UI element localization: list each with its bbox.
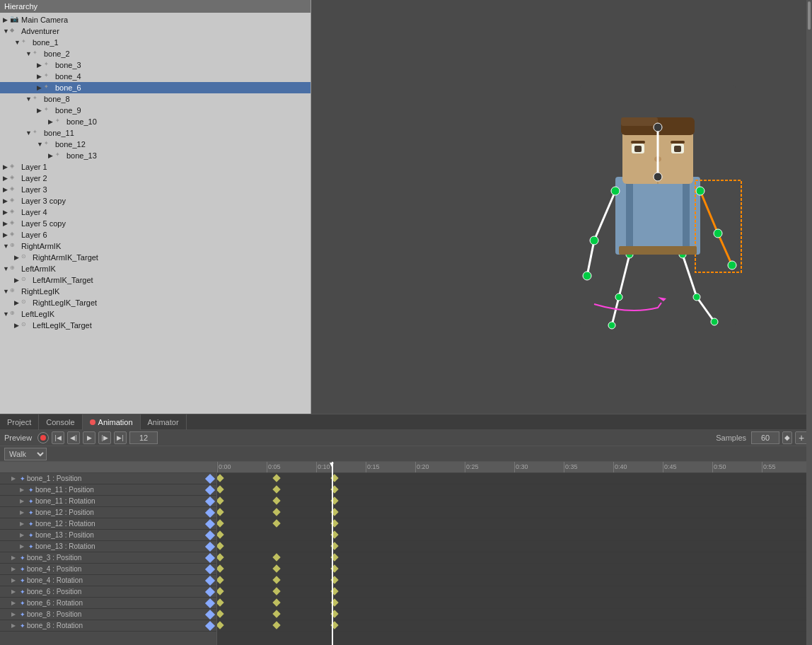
keyframe-1-0[interactable] [217,485,224,493]
track-expand-0[interactable]: ▶ [11,475,18,482]
track-add-key-5[interactable] [205,530,215,540]
tree-item-right-leg-ik[interactable]: ▼RightLegIK [0,286,311,297]
tree-item-layer3[interactable]: ▶Layer 3 [0,184,311,195]
keyframe-7-0[interactable] [217,553,224,561]
tree-item-bone_12[interactable]: ▼bone_12 [0,139,311,150]
tree-item-bone_6[interactable]: ▶bone_6 [0,82,311,93]
tab-console[interactable]: Console [39,414,82,430]
tree-item-left-arm-ik-target[interactable]: ▶LeftArmIK_Target [0,274,311,286]
track-timeline-row-4[interactable] [217,518,812,530]
tree-item-bone_11[interactable]: ▼bone_11 [0,127,311,139]
tree-item-layer2[interactable]: ▶Layer 2 [0,173,311,184]
track-add-key-6[interactable] [205,541,215,551]
tree-item-layer4[interactable]: ▶Layer 4 [0,207,311,218]
track-expand-3[interactable]: ▶ [20,509,27,516]
track-expand-9[interactable]: ▶ [11,577,18,583]
track-timeline-row-11[interactable] [217,598,812,609]
tree-item-bone_4[interactable]: ▶bone_4 [0,71,311,82]
tree-item-bone_9[interactable]: ▶bone_9 [0,105,311,116]
tab-project[interactable]: Project [0,414,39,430]
keyframe-6-0[interactable] [217,542,224,550]
tree-item-right-leg-ik-target[interactable]: ▶RightLegIK_Target [0,297,311,308]
track-timeline-row-0[interactable] [217,473,812,484]
track-expand-12[interactable]: ▶ [11,611,18,617]
track-expand-10[interactable]: ▶ [11,588,18,595]
keyframe-0-80[interactable] [272,474,280,482]
keyframe-7-80[interactable] [272,553,280,561]
keyframe-0-0[interactable] [217,474,224,482]
tree-item-bone_13[interactable]: ▶bone_13 [0,150,311,161]
track-timeline-row-10[interactable] [217,586,812,598]
keyframe-13-0[interactable] [217,621,224,629]
tab-animator[interactable]: Animator [141,414,187,430]
keyframe-3-0[interactable] [217,508,224,516]
keyframe-12-80[interactable] [272,610,280,617]
track-add-key-11[interactable] [205,598,215,608]
track-expand-13[interactable]: ▶ [11,622,18,629]
keyframe-2-0[interactable] [217,496,224,504]
tab-animation[interactable]: Animation [83,414,141,430]
tree-item-left-leg-ik[interactable]: ▼LeftLegIK [0,308,311,320]
next-keyframe-button[interactable]: |▶ [98,431,111,444]
tree-item-layer6[interactable]: ▶Layer 6 [0,229,311,240]
keyframe-1-80[interactable] [272,485,280,493]
keyframe-10-80[interactable] [272,587,280,595]
tree-item-layer5copy[interactable]: ▶Layer 5 copy [0,218,311,229]
track-timeline-row-6[interactable] [217,541,812,552]
track-add-key-8[interactable] [205,564,215,574]
track-timeline-row-9[interactable] [217,575,812,586]
keyframe-11-80[interactable] [272,598,280,606]
tree-item-bone_2[interactable]: ▼bone_2 [0,48,311,59]
frame-input[interactable] [129,431,158,444]
track-expand-6[interactable]: ▶ [20,543,27,550]
tree-item-bone_3[interactable]: ▶bone_3 [0,59,311,71]
keyframe-10-0[interactable] [217,587,224,595]
keyframe-8-80[interactable] [272,564,280,572]
track-expand-7[interactable]: ▶ [11,554,18,561]
track-add-key-0[interactable] [205,473,215,483]
go-to-start-button[interactable]: |◀ [52,431,64,444]
track-timeline-row-7[interactable] [217,552,812,564]
keyframe-9-80[interactable] [272,576,280,583]
tree-item-left-arm-ik[interactable]: ▼LeftArmIK [0,263,311,274]
keyframe-2-80[interactable] [272,496,280,504]
keyframe-4-80[interactable] [272,519,280,527]
keyframe-5-0[interactable] [217,530,224,538]
tree-item-layer3copy[interactable]: ▶Layer 3 copy [0,195,311,207]
keyframe-12-0[interactable] [217,610,224,617]
tree-item-left-leg-ik-target[interactable]: ▶LeftLegIK_Target [0,320,311,331]
record-button[interactable] [37,432,49,443]
clip-select[interactable]: Walk [4,448,47,460]
tree-item-right-arm-ik-target[interactable]: ▶RightArmIK_Target [0,252,311,263]
samples-input[interactable] [751,431,779,444]
track-add-key-12[interactable] [205,609,215,619]
track-timeline-row-5[interactable] [217,530,812,541]
track-expand-5[interactable]: ▶ [20,532,27,538]
track-timeline-row-2[interactable] [217,496,812,507]
vertical-scrollbar[interactable] [806,0,812,645]
track-add-key-13[interactable] [205,620,215,630]
track-add-key-2[interactable] [205,496,215,506]
scrollbar-thumb[interactable] [808,1,811,30]
tree-item-bone_8[interactable]: ▼bone_8 [0,93,311,105]
tree-item-bone_10[interactable]: ▶bone_10 [0,116,311,127]
track-add-key-9[interactable] [205,575,215,585]
keyframe-11-0[interactable] [217,598,224,606]
playhead[interactable] [332,462,333,645]
track-expand-1[interactable]: ▶ [20,487,27,493]
track-add-key-1[interactable] [205,484,215,494]
keyframe-9-0[interactable] [217,576,224,583]
track-timeline-row-8[interactable] [217,564,812,575]
tree-item-main-camera[interactable]: ▶Main Camera [0,14,311,25]
track-expand-2[interactable]: ▶ [20,498,27,504]
keyframe-8-0[interactable] [217,564,224,572]
track-timeline-row-3[interactable] [217,507,812,518]
track-expand-8[interactable]: ▶ [11,566,18,572]
go-to-end-button[interactable]: ▶| [114,431,127,444]
track-timeline-row-1[interactable] [217,484,812,496]
tree-item-adventurer[interactable]: ▼Adventurer [0,25,311,37]
track-add-key-3[interactable] [205,507,215,517]
track-timeline-row-12[interactable] [217,609,812,620]
track-add-key-4[interactable] [205,518,215,528]
keyframe-13-80[interactable] [272,621,280,629]
